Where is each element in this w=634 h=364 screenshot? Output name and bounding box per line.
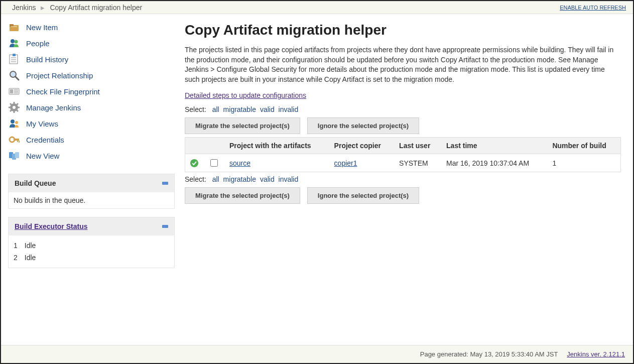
svg-rect-32: [19, 141, 20, 143]
svg-rect-31: [17, 141, 18, 142]
svg-rect-2: [11, 26, 17, 27]
select-bar-top: Select: all migratable valid invalid: [185, 105, 621, 113]
row-time: Mar 16, 2019 10:37:04 AM: [441, 154, 547, 172]
sidebar-item-credentials[interactable]: Credentials: [8, 132, 175, 148]
chevron-right-icon: ▶: [41, 5, 45, 11]
sidebar-item-check-fingerprint[interactable]: Check File Fingerprint: [8, 83, 175, 99]
sidebar-label: New View: [26, 152, 59, 160]
action-buttons-top: Migrate the selected project(s) Ignore t…: [185, 117, 621, 134]
select-invalid-link[interactable]: invalid: [279, 105, 299, 113]
breadcrumb-root[interactable]: Jenkins: [12, 4, 36, 12]
table-row: source copier1 SYSTEM Mar 16, 2019 10:37…: [185, 154, 621, 172]
sidebar-label: Manage Jenkins: [26, 103, 81, 112]
svg-point-3: [11, 39, 15, 43]
col-user: Last user: [394, 138, 441, 154]
svg-point-18: [13, 106, 16, 109]
sidebar-label: Project Relationship: [26, 71, 93, 80]
select-bar-bottom: Select: all migratable valid invalid: [185, 175, 621, 183]
build-executor-title[interactable]: Build Executor Status: [15, 222, 87, 230]
svg-line-26: [17, 103, 18, 105]
svg-rect-6: [13, 54, 16, 56]
select-valid-link[interactable]: valid: [260, 105, 275, 113]
sidebar-label: Build History: [26, 55, 68, 64]
executor-state: Idle: [25, 254, 36, 262]
sidebar-item-project-relationship[interactable]: Project Relationship: [8, 67, 175, 83]
build-queue-pane: Build Queue No builds in the queue.: [8, 174, 175, 209]
details-link[interactable]: Detailed steps to update configurations: [185, 91, 306, 99]
sidebar-label: My Views: [26, 119, 58, 128]
collapse-icon[interactable]: [162, 182, 168, 185]
new-item-icon: [8, 23, 20, 32]
sidebar-item-new-item[interactable]: New Item: [8, 19, 175, 35]
svg-line-24: [17, 110, 18, 111]
ignore-button[interactable]: Ignore the selected project(s): [307, 187, 419, 204]
search-icon: [8, 70, 20, 81]
row-checkbox[interactable]: [210, 159, 218, 167]
build-executor-header: Build Executor Status: [9, 217, 174, 235]
executor-state: Idle: [25, 241, 36, 250]
svg-line-25: [10, 110, 12, 111]
gear-icon: [8, 102, 20, 113]
executor-row: 1 Idle: [14, 239, 169, 252]
sidebar-item-manage-jenkins[interactable]: Manage Jenkins: [8, 99, 175, 115]
sidebar-item-new-view[interactable]: New View: [8, 148, 175, 164]
breadcrumb-bar: Jenkins ▶ Copy Artifact migration helper…: [1, 1, 633, 14]
sidebar-item-build-history[interactable]: Build History: [8, 51, 175, 67]
sidebar-item-my-views[interactable]: My Views: [8, 115, 175, 132]
task-list: New Item People Build History Project Re…: [8, 19, 175, 164]
credentials-icon: [8, 135, 20, 145]
row-user: SYSTEM: [394, 154, 441, 172]
main-content: Copy Artifact migration helper The proje…: [181, 14, 633, 345]
page-title: Copy Artifact migration helper: [185, 22, 621, 38]
collapse-icon[interactable]: [162, 225, 168, 228]
fingerprint-icon: [8, 87, 20, 96]
executor-row: 2 Idle: [14, 252, 169, 264]
select-migratable-link[interactable]: migratable: [223, 175, 256, 183]
migrate-button[interactable]: Migrate the selected project(s): [185, 187, 300, 204]
svg-rect-30: [14, 139, 19, 141]
breadcrumb-page[interactable]: Copy Artifact migration helper: [50, 4, 142, 12]
select-all-link[interactable]: all: [212, 105, 219, 113]
executor-number: 1: [14, 241, 18, 250]
breadcrumbs: Jenkins ▶ Copy Artifact migration helper: [12, 4, 142, 12]
sidebar-item-people[interactable]: People: [8, 35, 175, 51]
build-queue-body: No builds in the queue.: [9, 192, 174, 208]
build-history-icon: [8, 54, 20, 65]
select-migratable-link[interactable]: migratable: [223, 105, 256, 113]
svg-rect-13: [10, 89, 13, 93]
sidebar-label: Check File Fingerprint: [26, 87, 100, 96]
sidebar-label: People: [26, 39, 50, 48]
copier-link[interactable]: copier1: [334, 159, 357, 167]
select-invalid-link[interactable]: invalid: [279, 175, 299, 183]
svg-point-28: [15, 121, 18, 124]
side-panel: New Item People Build History Project Re…: [1, 14, 181, 345]
svg-rect-35: [15, 152, 19, 158]
ignore-button[interactable]: Ignore the selected project(s): [307, 117, 419, 134]
svg-point-4: [15, 40, 18, 44]
jenkins-version-link[interactable]: Jenkins ver. 2.121.1: [567, 350, 625, 358]
build-queue-empty-text: No builds in the queue.: [14, 196, 85, 204]
svg-line-11: [16, 77, 19, 80]
enable-auto-refresh-link[interactable]: ENABLE AUTO REFRESH: [560, 5, 626, 11]
select-label: Select:: [185, 105, 206, 113]
new-view-icon: [8, 151, 20, 160]
projects-table: Project with the artifacts Project copie…: [185, 137, 621, 172]
build-queue-header: Build Queue: [9, 174, 174, 192]
my-views-icon: [8, 118, 20, 129]
executor-number: 2: [14, 254, 18, 262]
col-time: Last time: [441, 138, 547, 154]
build-queue-title: Build Queue: [15, 179, 56, 187]
select-all-link[interactable]: all: [212, 175, 219, 183]
row-builds: 1: [547, 154, 620, 172]
people-icon: [8, 38, 20, 48]
build-executor-pane: Build Executor Status 1 Idle 2 Idle: [8, 217, 175, 268]
select-label: Select:: [185, 175, 206, 183]
svg-point-27: [11, 119, 15, 124]
sidebar-label: New Item: [26, 23, 58, 32]
migrate-button[interactable]: Migrate the selected project(s): [185, 117, 300, 134]
generated-text: Page generated: May 13, 2019 5:33:40 AM …: [420, 350, 558, 358]
source-link[interactable]: source: [229, 159, 250, 167]
svg-line-23: [10, 103, 12, 105]
sidebar-label: Credentials: [26, 136, 64, 144]
select-valid-link[interactable]: valid: [260, 175, 275, 183]
